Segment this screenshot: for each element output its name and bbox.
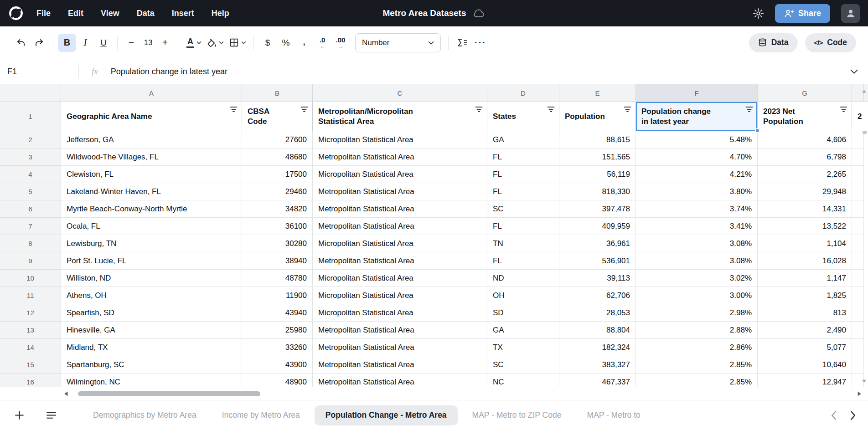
document-title[interactable]: Metro Area Datasets [382,8,466,18]
cell-x5[interactable] [852,183,864,200]
row-number[interactable]: 9 [0,252,61,270]
expand-formula-bar-icon[interactable] [850,69,858,74]
cell-B13[interactable]: 25980 [242,322,313,339]
cell-F10[interactable]: 3.02% [636,270,758,287]
decrease-font-button[interactable]: − [122,34,140,52]
cell-B14[interactable]: 33260 [242,339,313,356]
cell-G12[interactable]: 813 [758,304,852,322]
cell-B12[interactable]: 43940 [242,304,313,322]
share-button[interactable]: Share [775,4,830,23]
user-avatar[interactable] [841,4,860,23]
menu-insert[interactable]: Insert [172,9,194,18]
row-number[interactable]: 4 [0,166,61,183]
redo-button[interactable] [30,34,48,52]
sheet-tab[interactable]: Population Change - Metro Area [315,405,458,425]
cell-A16[interactable]: Wilmington, NC [61,374,242,387]
cell-D11[interactable]: OH [487,287,559,304]
cell-E8[interactable]: 36,961 [559,235,636,252]
filter-icon[interactable] [547,106,555,113]
sheet-tab[interactable]: Income by Metro Area [211,405,311,425]
cell-D13[interactable]: GA [487,322,559,339]
cell-B8[interactable]: 30280 [242,235,313,252]
cell-A11[interactable]: Athens, OH [61,287,242,304]
cell-E4[interactable]: 56,119 [559,166,636,183]
column-letter-C[interactable]: C [313,84,487,102]
italic-button[interactable]: I [76,34,94,52]
cell-F13[interactable]: 2.88% [636,322,758,339]
row-number[interactable]: 16 [0,374,61,387]
cell-G3[interactable]: 6,798 [758,148,852,166]
cell-C5[interactable]: Metropolitan Statistical Area [313,183,487,200]
row-number[interactable]: 1 [0,102,61,131]
cell-B9[interactable]: 38940 [242,252,313,270]
select-all-corner[interactable] [0,84,61,102]
row-number[interactable]: 7 [0,218,61,235]
cell-B7[interactable]: 36100 [242,218,313,235]
cell-F4[interactable]: 4.21% [636,166,758,183]
cell-C8[interactable]: Micropolitan Statistical Area [313,235,487,252]
cell-x6[interactable] [852,200,864,218]
header-cell-C[interactable]: Metropolitan/Micropolitan Statistical Ar… [313,102,487,131]
cell-C14[interactable]: Metropolitan Statistical Area [313,339,487,356]
cell-G15[interactable]: 10,640 [758,356,852,374]
cell-A6[interactable]: Myrtle Beach-Conway-North Myrtle [61,200,242,218]
filter-icon[interactable] [745,106,753,113]
horizontal-scrollbar-thumb[interactable] [78,391,260,396]
cell-F7[interactable]: 3.41% [636,218,758,235]
row-number[interactable]: 2 [0,131,61,148]
cell-B11[interactable]: 11900 [242,287,313,304]
cell-F9[interactable]: 3.08% [636,252,758,270]
cell-D8[interactable]: TN [487,235,559,252]
cell-B4[interactable]: 17500 [242,166,313,183]
cell-G4[interactable]: 2,265 [758,166,852,183]
row-number[interactable]: 12 [0,304,61,322]
cell-E7[interactable]: 409,959 [559,218,636,235]
cell-A12[interactable]: Spearfish, SD [61,304,242,322]
scroll-right-icon[interactable] [858,391,862,396]
cell-E6[interactable]: 397,478 [559,200,636,218]
cell-E12[interactable]: 28,053 [559,304,636,322]
cell-C11[interactable]: Micropolitan Statistical Area [313,287,487,304]
cell-D16[interactable]: NC [487,374,559,387]
cell-A4[interactable]: Clewiston, FL [61,166,242,183]
cell-B16[interactable]: 48900 [242,374,313,387]
functions-icon[interactable] [453,34,471,52]
cell-B2[interactable]: 27600 [242,131,313,148]
cell-D9[interactable]: FL [487,252,559,270]
formula-input[interactable]: Population change in latest year [111,67,227,77]
column-letter-F[interactable]: F [636,84,758,102]
cell-C7[interactable]: Metropolitan Statistical Area [313,218,487,235]
assistant-spark-icon[interactable] [753,8,764,19]
cell-x4[interactable] [852,166,864,183]
filter-icon[interactable] [840,106,847,113]
cell-D12[interactable]: SD [487,304,559,322]
scroll-left-icon[interactable] [64,391,68,396]
undo-button[interactable] [12,34,30,52]
header-cell-F[interactable]: Population change in latest year [636,102,758,131]
cell-F3[interactable]: 4.70% [636,148,758,166]
row-number[interactable]: 13 [0,322,61,339]
cell-E9[interactable]: 536,901 [559,252,636,270]
cell-C16[interactable]: Metropolitan Statistical Area [313,374,487,387]
cell-E13[interactable]: 88,804 [559,322,636,339]
cell-x12[interactable] [852,304,864,322]
code-panel-button[interactable]: </> Code [805,33,856,52]
cell-G7[interactable]: 13,522 [758,218,852,235]
menu-help[interactable]: Help [212,9,229,18]
sheet-tab[interactable]: MAP - Metro to ZIP Code [461,405,573,425]
cell-C10[interactable]: Micropolitan Statistical Area [313,270,487,287]
currency-format-button[interactable]: $ [258,34,277,52]
cell-C3[interactable]: Metropolitan Statistical Area [313,148,487,166]
cell-A13[interactable]: Hinesville, GA [61,322,242,339]
filter-icon[interactable] [624,106,631,113]
cell-x15[interactable] [852,356,864,374]
cell-G5[interactable]: 29,948 [758,183,852,200]
cell-F8[interactable]: 3.08% [636,235,758,252]
column-letter-A[interactable]: A [61,84,242,102]
cell-A2[interactable]: Jefferson, GA [61,131,242,148]
data-panel-button[interactable]: Data [749,33,798,52]
cell-G14[interactable]: 5,077 [758,339,852,356]
cell-x9[interactable] [852,252,864,270]
cell-G16[interactable]: 12,947 [758,374,852,387]
menu-data[interactable]: Data [137,9,155,18]
